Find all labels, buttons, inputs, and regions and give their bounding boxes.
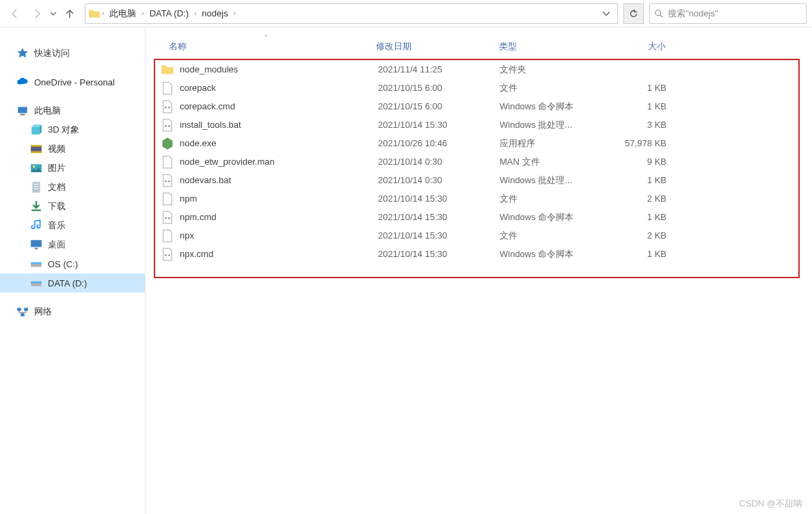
- folder-icon: [161, 63, 174, 77]
- file-row[interactable]: npx2021/10/14 15:30文件2 KB: [155, 226, 798, 245]
- file-row[interactable]: node_modules2021/11/4 11:25文件夹: [155, 60, 798, 79]
- file-size: 2 KB: [609, 230, 671, 241]
- file-row[interactable]: install_tools.bat2021/10/14 15:30Windows…: [155, 116, 798, 134]
- breadcrumb-item[interactable]: 此电脑: [105, 8, 140, 20]
- breadcrumb-item[interactable]: nodejs: [198, 8, 232, 18]
- up-button[interactable]: [60, 4, 79, 23]
- file-type: 文件: [500, 230, 609, 242]
- file-row[interactable]: corepack.cmd2021/10/15 6:00Windows 命令脚本1…: [155, 97, 798, 116]
- svg-line-1: [660, 14, 663, 17]
- file-name: node_modules: [180, 64, 378, 75]
- svg-point-31: [168, 217, 170, 219]
- file-size: 1 KB: [609, 175, 671, 185]
- sidebar-item[interactable]: OS (C:): [0, 254, 145, 273]
- file-size: 2 KB: [609, 193, 671, 204]
- column-header-name[interactable]: 名称 ˆ: [154, 40, 376, 53]
- svg-point-27: [168, 125, 170, 127]
- svg-rect-22: [24, 308, 28, 311]
- file-row[interactable]: npx.cmd2021/10/14 15:30Windows 命令脚本1 KB: [155, 245, 798, 263]
- file-row[interactable]: npm2021/10/14 15:30文件2 KB: [155, 189, 798, 208]
- sidebar-item-label: 视频: [48, 143, 66, 155]
- breadcrumb-item[interactable]: DATA (D:): [146, 8, 193, 18]
- chevron-right-icon[interactable]: ›: [232, 10, 237, 17]
- sidebar-item[interactable]: 音乐: [0, 216, 145, 235]
- svg-point-30: [165, 217, 167, 219]
- bat-icon: [161, 174, 174, 187]
- file-name: npx: [180, 230, 378, 241]
- address-dropdown-icon[interactable]: [598, 10, 614, 18]
- svg-point-33: [168, 254, 170, 256]
- chevron-right-icon[interactable]: ›: [100, 10, 105, 17]
- column-headers: 名称 ˆ 修改日期 类型 大小: [154, 36, 800, 57]
- file-size: 1 KB: [609, 83, 671, 93]
- file-date: 2021/10/26 10:46: [378, 138, 500, 148]
- chevron-right-icon[interactable]: ›: [140, 10, 145, 17]
- svg-point-0: [655, 10, 661, 15]
- file-pane: 名称 ˆ 修改日期 类型 大小 node_modules2021/11/4 11…: [146, 27, 812, 514]
- file-type: 文件: [500, 82, 609, 94]
- refresh-button[interactable]: [623, 3, 644, 24]
- sidebar-item[interactable]: 视频: [0, 139, 145, 159]
- svg-rect-7: [31, 151, 42, 152]
- chevron-right-icon[interactable]: ›: [193, 10, 198, 17]
- back-button[interactable]: [5, 4, 25, 23]
- sidebar-item[interactable]: 3D 对象: [0, 120, 145, 139]
- cmd-icon: [161, 211, 174, 224]
- file-type: 文件: [500, 193, 609, 205]
- sidebar-item[interactable]: 文档: [0, 178, 145, 197]
- sidebar-onedrive[interactable]: OneDrive - Personal: [0, 72, 145, 92]
- sort-asc-icon: ˆ: [265, 35, 267, 42]
- file-type: Windows 命令脚本: [500, 100, 609, 113]
- svg-rect-4: [31, 127, 39, 135]
- svg-point-24: [165, 107, 167, 109]
- file-date: 2021/10/14 15:30: [378, 249, 500, 259]
- sidebar-item-label: DATA (D:): [48, 278, 87, 288]
- sidebar-item[interactable]: 图片: [0, 159, 145, 178]
- file-icon: [161, 229, 174, 243]
- file-size: 1 KB: [609, 249, 671, 259]
- svg-point-29: [168, 180, 170, 182]
- column-header-size[interactable]: 大小: [608, 40, 670, 53]
- search-input[interactable]: 搜索"nodejs": [649, 3, 807, 24]
- forward-button[interactable]: [27, 4, 46, 23]
- sidebar-item-label: OS (C:): [48, 259, 78, 269]
- sidebar-item[interactable]: DATA (D:): [0, 273, 145, 293]
- cmd-icon: [161, 247, 174, 261]
- file-size: 1 KB: [609, 101, 671, 111]
- svg-point-32: [165, 254, 167, 256]
- sidebar-this-pc[interactable]: 此电脑: [0, 101, 145, 120]
- music-icon: [30, 219, 42, 232]
- sidebar-item-label: 桌面: [48, 239, 66, 251]
- address-bar[interactable]: › 此电脑 › DATA (D:) › nodejs ›: [85, 3, 618, 24]
- file-date: 2021/10/14 0:30: [378, 175, 500, 185]
- file-size: 3 KB: [609, 120, 671, 130]
- cmd-icon: [161, 100, 174, 113]
- history-dropdown-icon[interactable]: [49, 10, 57, 17]
- file-row[interactable]: npm.cmd2021/10/14 15:30Windows 命令脚本1 KB: [155, 208, 798, 226]
- downloads-icon: [30, 200, 42, 213]
- sidebar-item-label: 音乐: [48, 219, 66, 232]
- file-row[interactable]: corepack2021/10/15 6:00文件1 KB: [155, 79, 798, 97]
- file-row[interactable]: node.exe2021/10/26 10:46应用程序57,978 KB: [155, 134, 798, 152]
- sidebar-quick-access[interactable]: 快速访问: [0, 44, 145, 63]
- file-name: npx.cmd: [180, 249, 378, 259]
- file-name: install_tools.bat: [180, 120, 378, 130]
- pc-icon: [16, 105, 29, 117]
- file-type: Windows 命令脚本: [500, 211, 609, 224]
- svg-point-25: [168, 107, 170, 109]
- svg-rect-6: [31, 145, 42, 146]
- sidebar-item[interactable]: 桌面: [0, 235, 145, 254]
- bat-icon: [161, 118, 174, 132]
- drive-icon: [30, 277, 42, 289]
- file-row[interactable]: nodevars.bat2021/10/14 0:30Windows 批处理..…: [155, 171, 798, 189]
- column-header-date[interactable]: 修改日期: [376, 40, 499, 53]
- file-name: npm.cmd: [180, 212, 378, 222]
- sidebar-network[interactable]: 网络: [0, 302, 145, 321]
- sidebar-item[interactable]: 下载: [0, 197, 145, 216]
- drive-icon: [30, 258, 42, 270]
- file-name: node_etw_provider.man: [180, 157, 378, 167]
- file-row[interactable]: node_etw_provider.man2021/10/14 0:30MAN …: [155, 152, 798, 171]
- file-type: Windows 批处理...: [500, 119, 609, 131]
- svg-point-9: [33, 165, 35, 167]
- column-header-type[interactable]: 类型: [499, 40, 608, 53]
